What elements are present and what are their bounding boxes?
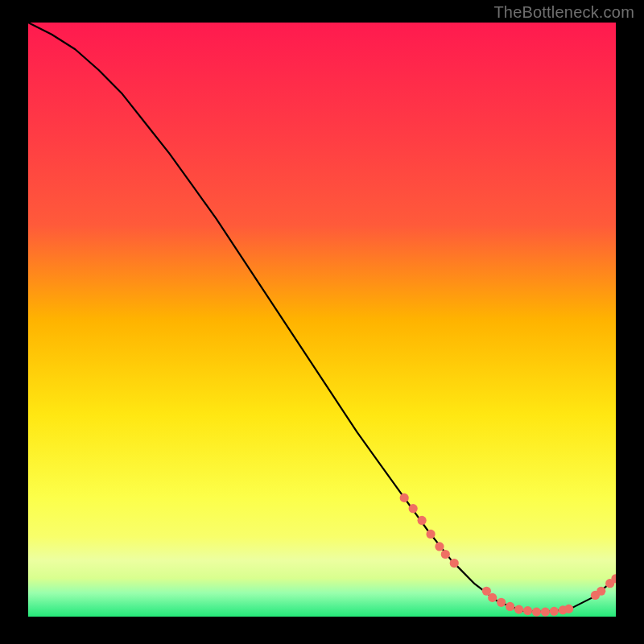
chart-stage: TheBottleneck.com bbox=[0, 0, 644, 644]
data-marker bbox=[541, 608, 550, 617]
data-marker bbox=[497, 598, 506, 607]
plot-svg bbox=[28, 23, 616, 617]
data-marker bbox=[409, 504, 418, 513]
data-marker bbox=[488, 593, 497, 602]
data-marker bbox=[523, 606, 532, 615]
data-marker bbox=[400, 493, 409, 502]
data-marker bbox=[506, 602, 514, 611]
data-marker bbox=[435, 542, 444, 551]
data-marker bbox=[514, 605, 523, 614]
data-marker bbox=[426, 530, 435, 539]
data-marker bbox=[441, 550, 450, 559]
data-marker bbox=[532, 608, 541, 617]
plot-area bbox=[28, 23, 616, 617]
data-marker bbox=[564, 605, 573, 613]
watermark-text: TheBottleneck.com bbox=[493, 3, 634, 22]
data-marker bbox=[418, 516, 427, 525]
data-marker bbox=[550, 607, 559, 616]
data-marker bbox=[450, 559, 459, 568]
data-marker bbox=[597, 587, 605, 596]
svg-rect-0 bbox=[28, 23, 616, 617]
